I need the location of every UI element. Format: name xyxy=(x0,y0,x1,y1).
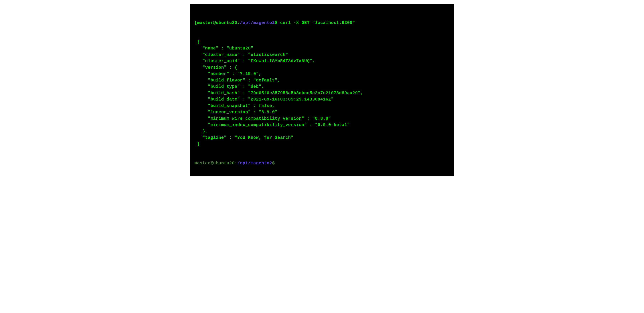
prompt-user-host: master@ubuntu20 xyxy=(194,161,235,166)
prompt-line-1: [master@ubuntu20:/opt/magento2$ curl -X … xyxy=(194,20,450,26)
output-line: "build_type" : "deb", xyxy=(194,83,450,90)
output-line: "version" : { xyxy=(194,64,450,71)
command-text: curl -X GET "localhost:9200" xyxy=(278,20,355,25)
prompt-colon: : xyxy=(237,20,240,25)
output-line: "lucene_version" : "8.9.0" xyxy=(194,109,450,115)
output-line: { xyxy=(194,39,450,45)
output-line: "tagline" : "You Know, for Search" xyxy=(194,134,450,141)
output-line: }, xyxy=(194,128,450,135)
output-line: "cluster_uuid" : "FKnwn1-fSYm54T3dv7a6UQ… xyxy=(194,58,450,64)
output-line: "build_hash" : "79d65f6e357953a5b3cbcc5e… xyxy=(194,90,450,96)
prompt-colon: : xyxy=(235,161,237,166)
prompt-user-host: master@ubuntu20 xyxy=(197,20,237,25)
output-line: "number" : "7.15.0", xyxy=(194,71,450,77)
output-line: "build_snapshot" : false, xyxy=(194,103,450,109)
output-line: "build_date" : "2021-09-16T03:05:29.1433… xyxy=(194,96,450,103)
prompt-path: /opt/magento2 xyxy=(240,20,275,25)
output-line: "minimum_index_compatibility_version" : … xyxy=(194,122,450,128)
terminal-window[interactable]: [master@ubuntu20:/opt/magento2$ curl -X … xyxy=(190,4,454,176)
output-line: "build_flavor" : "default", xyxy=(194,77,450,84)
prompt-line-2[interactable]: master@ubuntu20:/opt/magento2$ xyxy=(194,160,450,166)
output-line: "cluster_name" : "elasticsearch" xyxy=(194,52,450,58)
prompt-bracket: [ xyxy=(194,20,197,25)
output-line: "minimum_wire_compatibility_version" : "… xyxy=(194,115,450,122)
output-line: } xyxy=(194,141,450,147)
prompt-path: /opt/magento2 xyxy=(237,161,272,166)
command-output: { "name" : "ubuntu20" "cluster_name" : "… xyxy=(194,39,450,147)
prompt-dollar: $ xyxy=(275,20,278,25)
output-line: "name" : "ubuntu20" xyxy=(194,45,450,52)
prompt-dollar: $ xyxy=(272,161,275,166)
